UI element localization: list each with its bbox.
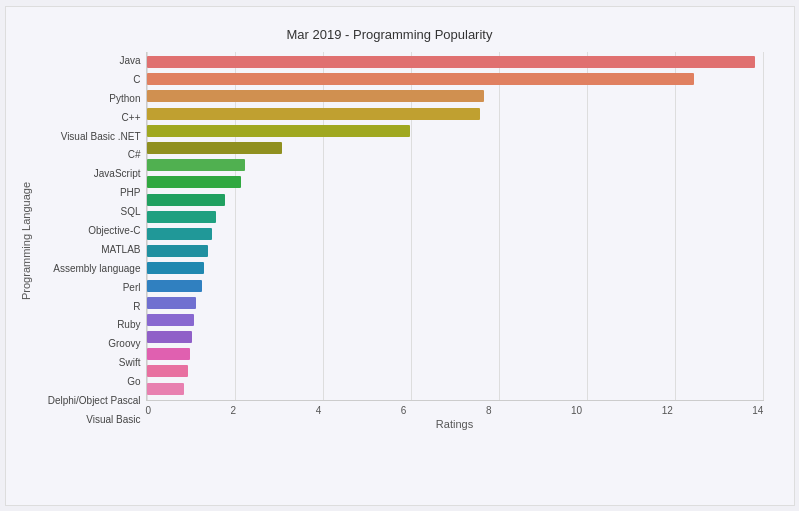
bar [147, 73, 694, 85]
bar-row [147, 174, 764, 191]
x-tick-label: 0 [146, 405, 152, 416]
bar-row [147, 346, 764, 363]
bar [147, 142, 283, 154]
bar-row [147, 71, 764, 88]
bar [147, 245, 209, 257]
bar-row [147, 329, 764, 346]
y-label: Python [36, 89, 141, 108]
bar-row [147, 243, 764, 260]
bar [147, 90, 484, 102]
bar-row [147, 191, 764, 208]
bar [147, 176, 242, 188]
bar [147, 262, 205, 274]
y-label: JavaScript [36, 165, 141, 184]
bar-row [147, 54, 764, 71]
y-label: Visual Basic [36, 410, 141, 429]
bar [147, 331, 192, 343]
chart-body: Programming Language JavaCPythonC++Visua… [16, 52, 764, 430]
y-label: Assembly language [36, 259, 141, 278]
bar [147, 125, 410, 137]
bar [147, 365, 188, 377]
y-label: C [36, 70, 141, 89]
bars-area [147, 52, 764, 400]
bar-row [147, 260, 764, 277]
y-label: Swift [36, 354, 141, 373]
bar [147, 228, 213, 240]
y-label: R [36, 297, 141, 316]
x-tick-label: 10 [571, 405, 582, 416]
y-label: Perl [36, 278, 141, 297]
y-label: C++ [36, 108, 141, 127]
bar [147, 280, 203, 292]
x-tick-label: 14 [752, 405, 763, 416]
bar-row [147, 208, 764, 225]
bar [147, 211, 217, 223]
x-tick-label: 6 [401, 405, 407, 416]
bar-row [147, 363, 764, 380]
y-label: Visual Basic .NET [36, 127, 141, 146]
bar-row [147, 157, 764, 174]
y-label: SQL [36, 203, 141, 222]
bar-row [147, 311, 764, 328]
x-tick-label: 2 [231, 405, 237, 416]
x-axis-title: Ratings [146, 418, 764, 430]
bar [147, 314, 194, 326]
plot-area [146, 52, 764, 401]
y-label: Objective-C [36, 222, 141, 241]
x-tick-label: 12 [662, 405, 673, 416]
bar-row [147, 105, 764, 122]
bar [147, 159, 246, 171]
bar [147, 108, 480, 120]
y-labels: JavaCPythonC++Visual Basic .NETC#JavaScr… [36, 52, 146, 430]
bar-row [147, 380, 764, 397]
y-label: Ruby [36, 316, 141, 335]
bar-row [147, 277, 764, 294]
y-label: Go [36, 373, 141, 392]
y-label: C# [36, 146, 141, 165]
bar-row [147, 122, 764, 139]
bar-row [147, 88, 764, 105]
bar-row [147, 294, 764, 311]
chart-container: Mar 2019 - Programming Popularity Progra… [5, 6, 795, 506]
bar [147, 383, 184, 395]
bar [147, 56, 756, 68]
bar-row [147, 225, 764, 242]
y-label: Java [36, 52, 141, 71]
bar [147, 194, 225, 206]
x-tick-label: 8 [486, 405, 492, 416]
bar [147, 348, 190, 360]
bar-row [147, 139, 764, 156]
chart-title: Mar 2019 - Programming Popularity [16, 27, 764, 42]
y-axis-label: Programming Language [16, 52, 36, 430]
y-label: Groovy [36, 335, 141, 354]
x-tick-label: 4 [316, 405, 322, 416]
bar [147, 297, 196, 309]
y-label: MATLAB [36, 240, 141, 259]
y-label: PHP [36, 184, 141, 203]
y-label: Delphi/Object Pascal [36, 392, 141, 411]
